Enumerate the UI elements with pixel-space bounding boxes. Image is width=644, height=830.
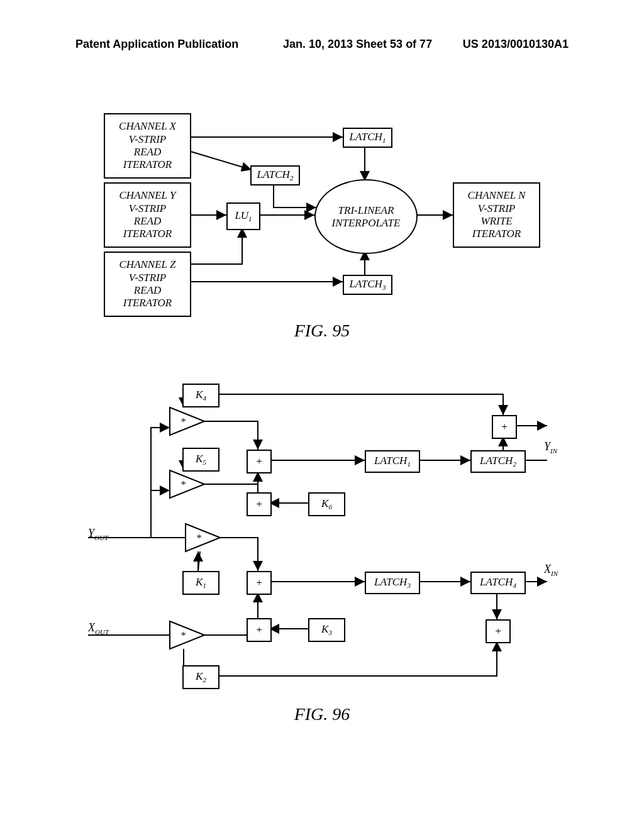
yout-label: YOUT [88, 527, 108, 541]
k5-box: K5 [182, 448, 219, 472]
k5-label: K5 [196, 453, 206, 466]
svg-text:*: * [180, 479, 186, 490]
latch1-f96: LATCH1 [365, 450, 420, 473]
k4-box: K4 [182, 384, 219, 407]
latch3-f96-label: LATCH3 [374, 576, 411, 589]
yin-label: YIN [544, 440, 557, 455]
adder-x-lower: + [247, 618, 272, 642]
k2-box: K2 [182, 665, 219, 689]
svg-text:*: * [196, 533, 201, 543]
latch3-f96: LATCH3 [365, 572, 420, 594]
k6-box: K6 [308, 492, 345, 516]
adder-y-lower: + [247, 492, 272, 516]
svg-text:*: * [180, 416, 186, 427]
adder-bottom-right: + [486, 619, 511, 643]
k2-label: K2 [196, 670, 206, 683]
xin-label: XIN [544, 563, 558, 577]
latch4-f96-label: LATCH4 [480, 576, 516, 589]
k4-label: K4 [196, 389, 206, 402]
latch4-f96: LATCH4 [470, 572, 526, 594]
adder-top-right: + [492, 415, 517, 439]
latch1-f96-label: LATCH1 [374, 455, 411, 468]
latch2-f96-label: LATCH2 [480, 455, 516, 468]
k3-label: K3 [321, 623, 332, 636]
k1-label: K1 [196, 576, 206, 589]
adder-x-upper: + [247, 571, 272, 595]
xout-label: XOUT [88, 621, 109, 636]
fig96-caption: FIG. 96 [0, 704, 644, 724]
k6-label: K6 [321, 497, 332, 511]
k1-box: K1 [182, 571, 219, 595]
k3-box: K3 [308, 618, 345, 642]
adder-y-upper: + [247, 450, 272, 473]
latch2-f96: LATCH2 [470, 450, 526, 473]
svg-text:*: * [180, 630, 186, 641]
